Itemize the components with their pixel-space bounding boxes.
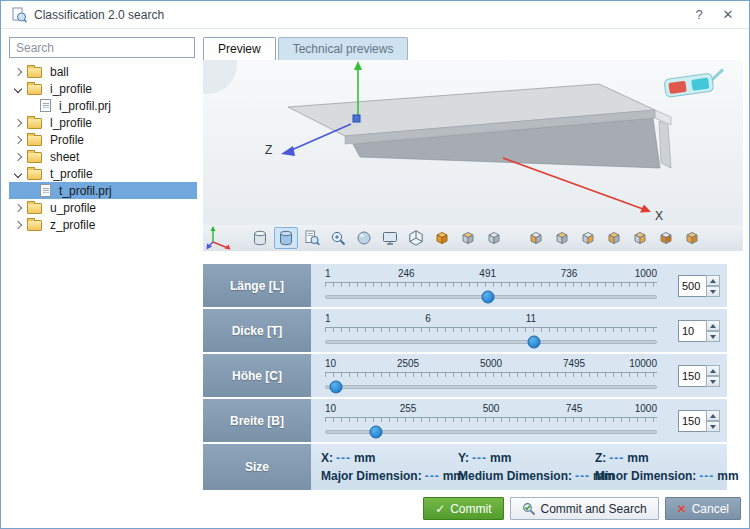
view-cube-icon[interactable]: [654, 227, 678, 249]
expander-icon[interactable]: [14, 135, 22, 143]
tree-item[interactable]: t_profil.prj: [9, 182, 197, 199]
spin-up-button[interactable]: [706, 320, 720, 331]
size-label: Size: [203, 444, 311, 490]
cancel-button[interactable]: ✕ Cancel: [665, 497, 741, 520]
z-axis-arrow: Z: [265, 124, 351, 157]
toolbar-icon[interactable]: [274, 227, 298, 249]
spin-down-button[interactable]: [706, 286, 720, 297]
tick-label: 6: [425, 313, 431, 324]
parameter-sliders: Länge [L] 12464917361000: [203, 264, 727, 490]
spin-up-button[interactable]: [706, 365, 720, 376]
tick-label: 10000: [629, 358, 657, 369]
view-cube-icon[interactable]: [628, 227, 652, 249]
help-button[interactable]: ?: [688, 5, 710, 25]
spin-down-button[interactable]: [706, 331, 720, 342]
classification-search-dialog: Classification 2.0 search ? ✕ ball i_pro…: [0, 0, 750, 529]
expander-icon[interactable]: [14, 169, 22, 177]
expander-icon[interactable]: [14, 203, 22, 211]
slider-thumb[interactable]: [481, 291, 494, 304]
slider-track[interactable]: [325, 340, 657, 344]
slider-label: Höhe [C]: [203, 354, 311, 397]
expander-icon[interactable]: [14, 67, 22, 75]
slider-thumb[interactable]: [527, 336, 540, 349]
dimension-readout: Z:---mm: [595, 451, 739, 465]
ruler: [325, 327, 657, 332]
toolbar-icon[interactable]: [482, 227, 506, 249]
slider-thumb[interactable]: [369, 426, 382, 439]
preview-panel[interactable]: Z X: [203, 60, 743, 225]
tick-labels: 102555007451000: [325, 403, 657, 416]
folder-icon: [27, 67, 42, 78]
toolbar-icon[interactable]: [456, 227, 480, 249]
app-icon: [11, 7, 27, 23]
tree-item[interactable]: z_profile: [9, 216, 197, 233]
x-axis-label: X: [655, 209, 663, 223]
tick-label: 1: [325, 313, 331, 324]
toolbar-icon[interactable]: [378, 227, 402, 249]
tree-item[interactable]: i_profile: [9, 80, 197, 97]
slider-row: Dicke [T] 1611: [203, 309, 727, 352]
tree-item[interactable]: u_profile: [9, 199, 197, 216]
value-input[interactable]: [678, 320, 706, 342]
toolbar-icon[interactable]: [300, 227, 324, 249]
tree-item[interactable]: ball: [9, 63, 197, 80]
tab[interactable]: Preview: [203, 37, 276, 60]
anaglyph-glasses-icon: [664, 69, 726, 97]
slider-scale: 102555007451000: [311, 399, 671, 442]
slider-track[interactable]: [325, 295, 657, 299]
toolbar-icon[interactable]: [430, 227, 454, 249]
tree-item[interactable]: t_profile: [9, 165, 197, 182]
slider-row: Breite [B] 102555007451000: [203, 399, 727, 442]
size-xyz-row: X:---mm Y:---mm Z:---mm: [321, 451, 739, 465]
tree-item-label: z_profile: [47, 217, 98, 233]
search-input[interactable]: [9, 37, 195, 58]
view-cube-icon[interactable]: [524, 227, 548, 249]
slider-track[interactable]: [325, 430, 657, 434]
slider-thumb[interactable]: [329, 381, 342, 394]
value-input[interactable]: [678, 275, 706, 297]
spin-up-button[interactable]: [706, 410, 720, 421]
commit-button[interactable]: ✓ Commit: [423, 497, 503, 520]
folder-icon: [27, 203, 42, 214]
tick-label: 7495: [563, 358, 585, 369]
expander-icon[interactable]: [14, 152, 22, 160]
preview-3d-scene[interactable]: Z X: [203, 60, 743, 225]
spin-down-button[interactable]: [706, 421, 720, 432]
close-button[interactable]: ✕: [717, 5, 739, 25]
tree-item-label: ball: [47, 64, 72, 80]
cancel-button-label: Cancel: [692, 502, 729, 516]
view-cube-icon[interactable]: [680, 227, 704, 249]
tree-item[interactable]: sheet: [9, 148, 197, 165]
view-cube-icon[interactable]: [602, 227, 626, 249]
expander-icon[interactable]: [14, 84, 22, 92]
tick-labels: 1611: [325, 313, 657, 326]
toolbar-icon[interactable]: [404, 227, 428, 249]
value-input[interactable]: [678, 410, 706, 432]
expander-icon[interactable]: [14, 220, 22, 228]
slider-row: Höhe [C] 1025055000749510000: [203, 354, 727, 397]
slider-track[interactable]: [325, 385, 657, 389]
view-cube-icon[interactable]: [550, 227, 574, 249]
expander-icon[interactable]: [14, 118, 22, 126]
slider-label: Länge [L]: [203, 264, 311, 307]
check-icon: ✓: [435, 503, 445, 515]
tree-item[interactable]: Profile: [9, 131, 197, 148]
tree-item[interactable]: l_profile: [9, 114, 197, 131]
value-input[interactable]: [678, 365, 706, 387]
view-cube-icon[interactable]: [576, 227, 600, 249]
origin-handle[interactable]: [353, 115, 360, 122]
toolbar-icon[interactable]: [352, 227, 376, 249]
size-major-row: Major Dimension:---mm Medium Dimension:-…: [321, 469, 739, 483]
folder-icon: [27, 135, 42, 146]
folder-icon: [27, 84, 42, 95]
value-spinner: [671, 264, 727, 307]
watermark-circle: [203, 60, 237, 94]
spin-up-button[interactable]: [706, 275, 720, 286]
toolbar-icon[interactable]: [248, 227, 272, 249]
tick-labels: 12464917361000: [325, 268, 657, 281]
tree-item[interactable]: i_profil.prj: [9, 97, 197, 114]
spin-down-button[interactable]: [706, 376, 720, 387]
tab[interactable]: Technical previews: [278, 37, 409, 60]
commit-and-search-button[interactable]: Commit and Search: [510, 497, 659, 520]
toolbar-icon[interactable]: [326, 227, 350, 249]
